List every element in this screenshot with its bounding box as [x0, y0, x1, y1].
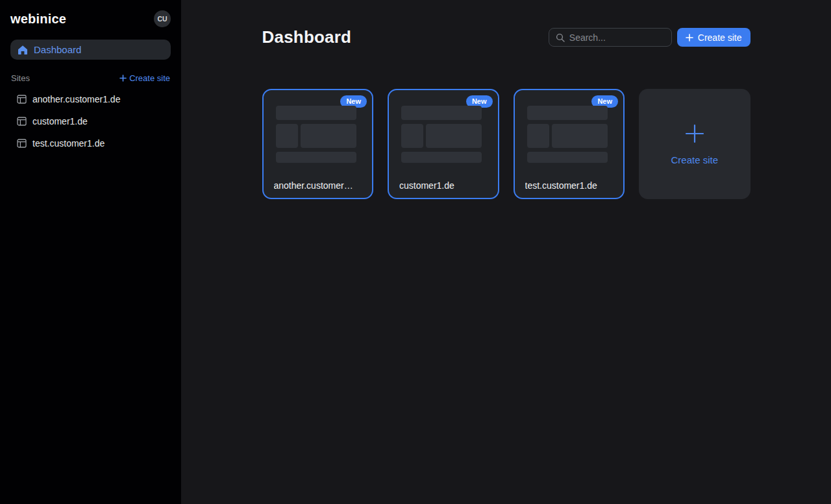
main-content: Dashboard [181, 0, 831, 504]
home-icon [18, 45, 28, 55]
search-input[interactable] [569, 32, 665, 43]
create-site-card[interactable]: Create site [639, 89, 750, 199]
thumb-left-block [276, 124, 298, 148]
site-card[interactable]: New test.customer1.de [514, 89, 625, 199]
plus-icon [686, 34, 693, 42]
search-icon [556, 33, 565, 42]
page-title: Dashboard [262, 27, 352, 47]
sidebar-header: webinice CU [10, 9, 171, 29]
sidebar-create-site-label: Create site [129, 73, 170, 83]
browser-window-icon [17, 139, 27, 148]
thumb-left-block [401, 124, 423, 148]
sidebar-item-dashboard[interactable]: Dashboard [10, 40, 171, 60]
sidebar-create-site-link[interactable]: Create site [119, 73, 170, 83]
site-thumbnail [527, 106, 608, 163]
plus-icon [119, 75, 127, 82]
thumb-header-block [527, 106, 608, 120]
thumb-left-block [527, 124, 549, 148]
user-avatar[interactable]: CU [154, 10, 171, 27]
thumb-footer-block [401, 152, 482, 163]
sidebar-item-site[interactable]: another.customer1.de [10, 88, 171, 110]
thumb-header-block [276, 106, 356, 120]
create-site-card-label: Create site [671, 154, 718, 165]
create-site-button[interactable]: Create site [677, 28, 750, 47]
site-thumbnail [401, 106, 482, 163]
site-item-label: another.customer1.de [32, 94, 120, 104]
sidebar-item-site[interactable]: customer1.de [10, 110, 171, 132]
site-item-label: test.customer1.de [32, 138, 105, 149]
sidebar-item-label: Dashboard [34, 44, 81, 55]
header-controls: Create site [549, 28, 750, 47]
sidebar-item-site[interactable]: test.customer1.de [10, 132, 171, 154]
site-card[interactable]: New customer1.de [388, 89, 499, 199]
site-card-name: customer1.de [399, 180, 481, 191]
plus-icon [684, 123, 705, 144]
site-list: another.customer1.de customer1.de test [10, 88, 171, 154]
sidebar: webinice CU Dashboard Sites Create site [0, 0, 181, 504]
thumb-right-block [552, 124, 608, 148]
sites-grid: New another.customer1.de New [262, 89, 750, 199]
browser-window-icon [17, 95, 27, 104]
site-card-name: test.customer1.de [525, 180, 607, 191]
brand-logo: webinice [10, 12, 66, 27]
thumb-right-block [301, 124, 356, 148]
search-box [549, 28, 672, 47]
site-item-label: customer1.de [32, 116, 88, 126]
site-thumbnail [276, 106, 356, 163]
thumb-footer-block [276, 152, 356, 163]
site-card[interactable]: New another.customer1.de [262, 89, 374, 199]
create-site-button-label: Create site [698, 32, 742, 43]
sites-section-label: Sites [11, 73, 30, 83]
thumb-right-block [426, 124, 482, 148]
thumb-header-block [401, 106, 482, 120]
site-card-name: another.customer1.de [274, 180, 356, 191]
thumb-footer-block [527, 152, 608, 163]
browser-window-icon [17, 117, 27, 126]
sites-section-header: Sites Create site [10, 73, 171, 83]
page-header: Dashboard [262, 27, 750, 47]
